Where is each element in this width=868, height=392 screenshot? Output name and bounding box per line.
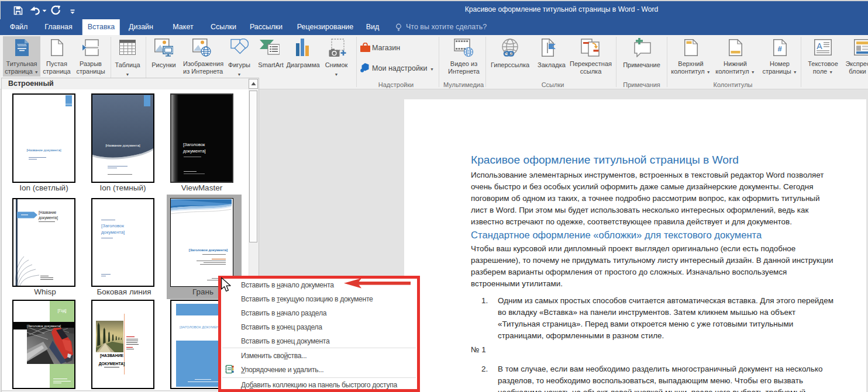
svg-text:#: #: [777, 44, 782, 53]
svg-text:A: A: [817, 41, 822, 51]
